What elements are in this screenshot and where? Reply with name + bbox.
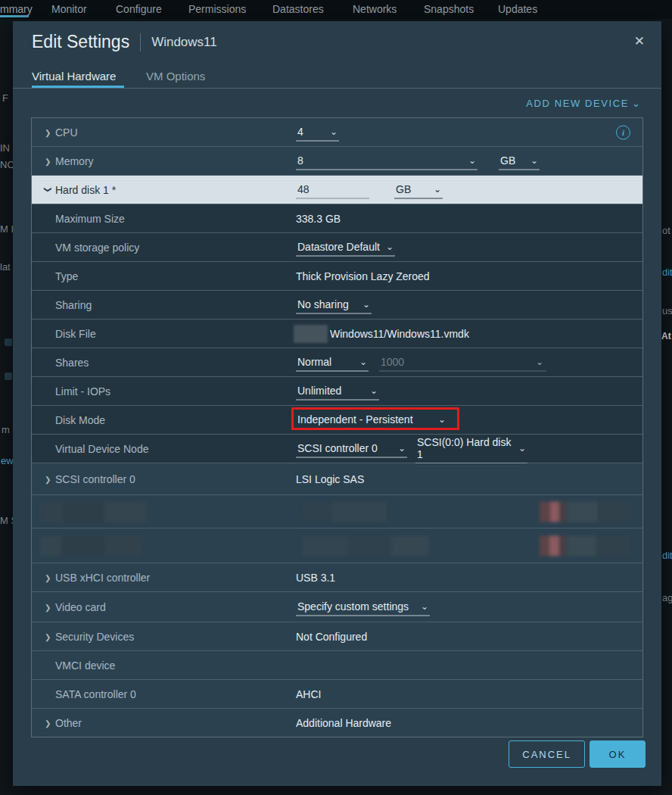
chevron-right-icon: ❯ (45, 573, 51, 581)
chevron-right-icon: ❯ (45, 475, 51, 483)
bg-tab-monitor[interactable]: Monitor (51, 3, 87, 15)
row-cpu[interactable]: ❯ CPU 4⌄ i (32, 118, 642, 147)
chevron-right-icon: ❯ (45, 128, 51, 136)
row-disk-mode: Disk Mode Independent - Persistent⌄ (32, 406, 642, 435)
info-icon[interactable]: i (616, 125, 630, 139)
row-hard-disk-1[interactable]: ❯ Hard disk 1 * GB⌄ (32, 176, 642, 204)
maximum-size-value: 338.3 GB (296, 213, 341, 225)
row-label: Hard disk 1 * (55, 184, 116, 196)
row-maximum-size: Maximum Size 338.3 GB (32, 204, 642, 233)
redacted-block (40, 535, 142, 556)
select-caret-icon: ⌄ (434, 186, 441, 192)
tab-vm-options[interactable]: VM Options (146, 70, 205, 83)
bg-tab-datastores[interactable]: Datastores (272, 3, 324, 15)
bg-tab-permissions[interactable]: Permissions (188, 3, 246, 15)
chevron-right-icon: ❯ (45, 719, 51, 727)
shares-value-field[interactable]: ⌄ (379, 354, 546, 371)
chevron-down-icon: ⌄ (632, 98, 640, 109)
close-icon[interactable]: ✕ (634, 33, 645, 49)
row-limit-iops: Limit - IOPs Unlimited⌄ (32, 377, 642, 406)
header-divider (13, 88, 661, 89)
row-label: Type (55, 270, 78, 282)
bg-fragment: At (661, 331, 671, 341)
redacted-block (302, 501, 387, 522)
disk-mode-select[interactable]: Independent - Persistent⌄ (296, 411, 447, 429)
select-caret-icon: ⌄ (370, 387, 378, 393)
bg-fragment: ag (662, 592, 672, 603)
row-label: Sharing (55, 299, 92, 311)
redacted-block (40, 501, 146, 522)
redacted-block (540, 501, 567, 522)
shares-select[interactable]: Normal⌄ (296, 354, 369, 371)
disk-size-input[interactable] (296, 181, 369, 198)
cancel-button[interactable]: CANCEL (509, 740, 585, 768)
select-caret-icon: ⌄ (398, 444, 406, 450)
row-sharing: Sharing No sharing⌄ (32, 291, 642, 320)
row-label: Shares (55, 357, 89, 369)
bg-tab-snapshots[interactable]: Snapshots (424, 3, 474, 15)
bg-fragment: dit (662, 267, 672, 278)
row-other[interactable]: ❯ Other Additional Hardware (32, 709, 642, 737)
vm-name: Windows11 (151, 35, 217, 50)
row-usb-xhci[interactable]: ❯ USB xHCI controller USB 3.1 (32, 563, 642, 592)
chevron-down-icon: ❯ (44, 186, 52, 192)
controller-select[interactable]: SCSI controller 0⌄ (296, 440, 407, 457)
row-scsi-controller[interactable]: ❯ SCSI controller 0 LSI Logic SAS (32, 463, 642, 495)
background-tab-bar: mmary Monitor Configure Permissions Data… (0, 0, 672, 19)
select-caret-icon: ⌄ (530, 157, 538, 163)
bg-fragment: ot (662, 225, 670, 236)
bg-fragment: NC (0, 159, 14, 170)
bg-icon-fragment (5, 338, 12, 346)
video-settings-select[interactable]: Specify custom settings⌄ (296, 598, 430, 616)
redacted-block (540, 535, 567, 556)
bg-tab-updates[interactable]: Updates (498, 3, 537, 15)
row-virtual-device-node: Virtual Device Node SCSI controller 0⌄ S… (32, 435, 642, 463)
limit-iops-select[interactable]: Unlimited⌄ (296, 382, 379, 400)
row-label: Security Devices (55, 631, 134, 643)
sharing-select[interactable]: No sharing⌄ (296, 296, 372, 313)
row-label: Disk Mode (55, 414, 105, 426)
select-caret-icon: ⌄ (468, 157, 476, 163)
row-shares: Shares Normal⌄ ⌄ (32, 348, 642, 377)
dialog-footer: CANCEL OK (509, 740, 646, 768)
ok-button[interactable]: OK (590, 740, 646, 768)
redacted-block (567, 535, 629, 556)
row-label: Video card (55, 601, 106, 613)
disk-file-path: Windows11/Windows11.vmdk (330, 328, 469, 340)
bg-tab-summary[interactable]: mmary (0, 3, 33, 15)
row-security-devices[interactable]: ❯ Security Devices Not Configured (32, 622, 642, 651)
bg-tab-configure[interactable]: Configure (116, 3, 162, 15)
hardware-table: ❯ CPU 4⌄ i ❯ Memory 8⌄ GB⌄ ❯ Hard disk 1… (31, 117, 643, 737)
select-caret-icon: ⌄ (359, 358, 367, 364)
row-label: CPU (55, 126, 78, 139)
row-redacted-2 (32, 528, 642, 563)
tab-virtual-hardware[interactable]: Virtual Hardware (32, 70, 116, 83)
dialog-header: Edit Settings Windows11 (32, 32, 217, 52)
select-caret-icon: ⌄ (438, 416, 446, 422)
scsi-controller-value: LSI Logic SAS (296, 473, 364, 485)
bg-icon-fragment (5, 373, 12, 380)
add-new-device-button[interactable]: ADD NEW DEVICE⌄ (526, 98, 640, 109)
cpu-count-select[interactable]: 4⌄ (296, 123, 339, 141)
storage-policy-select[interactable]: Datastore Default⌄ (296, 238, 395, 256)
select-caret-icon: ⌄ (362, 301, 370, 307)
memory-size-select[interactable]: 8⌄ (296, 152, 478, 170)
row-label: SCSI controller 0 (55, 473, 135, 485)
row-label: Memory (55, 155, 94, 167)
redacted-block (567, 501, 632, 522)
device-node-select[interactable]: SCSI(0:0) Hard disk 1⌄ (415, 434, 527, 463)
row-video-card[interactable]: ❯ Video card Specify custom settings⌄ (32, 592, 642, 622)
disk-unit-select[interactable]: GB⌄ (394, 181, 443, 198)
chevron-right-icon: ❯ (45, 157, 51, 165)
row-sata-controller: SATA controller 0 AHCI (32, 680, 642, 709)
row-label: Disk File (55, 328, 96, 340)
select-caret-icon: ⌄ (330, 128, 338, 134)
shares-value-input[interactable] (379, 354, 523, 370)
row-memory[interactable]: ❯ Memory 8⌄ GB⌄ (32, 147, 642, 176)
memory-unit-select[interactable]: GB⌄ (499, 152, 540, 170)
row-vm-storage-policy: VM storage policy Datastore Default⌄ (32, 233, 642, 262)
chevron-right-icon: ❯ (45, 603, 51, 611)
bg-tab-networks[interactable]: Networks (353, 3, 397, 15)
redacted-datastore-name (294, 325, 328, 343)
row-type: Type Thick Provision Lazy Zeroed (32, 262, 642, 291)
